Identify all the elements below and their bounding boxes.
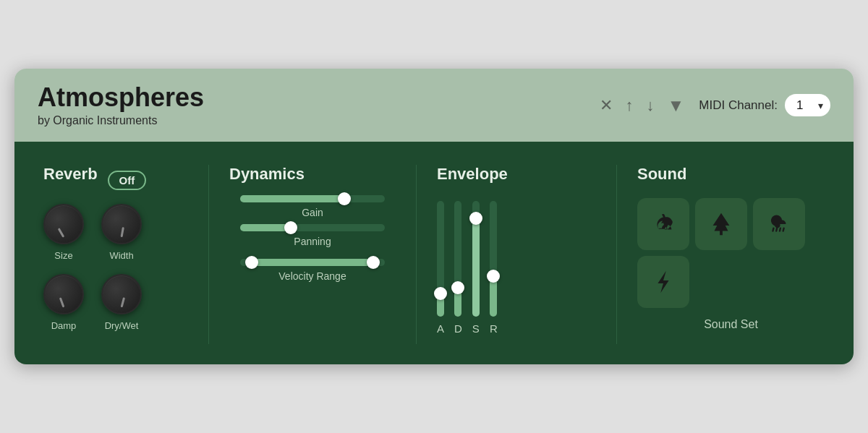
svg-line-4 (783, 228, 784, 231)
adsr-D-label: D (454, 322, 462, 335)
sound-section: Sound (637, 165, 825, 331)
velocity-label: Velocity Range (278, 270, 346, 282)
lightning-icon (650, 268, 677, 296)
sound-set-label: Sound Set (637, 318, 825, 331)
adsr-S-track[interactable] (472, 201, 480, 317)
plugin-title: Atmospheres (38, 83, 204, 112)
adsr-S-label: S (472, 322, 480, 335)
svg-line-2 (776, 228, 777, 231)
adsr-R-track[interactable] (490, 201, 497, 317)
down-icon[interactable]: ↓ (647, 96, 655, 115)
knob-width-container: Width (101, 204, 142, 261)
header-icons: ✕ ↑ ↓ ▼ (600, 95, 685, 116)
knob-size-container: Size (43, 204, 84, 261)
adsr-A-track[interactable] (437, 201, 444, 317)
svg-marker-0 (713, 213, 730, 235)
divider-2 (416, 165, 417, 344)
adsr-S-container: S (472, 201, 480, 335)
size-knob[interactable] (43, 204, 84, 244)
velocity-slider-wrapper: Velocity Range (229, 259, 396, 282)
close-icon[interactable]: ✕ (600, 96, 613, 115)
gain-slider-wrapper: Gain (229, 195, 396, 218)
panning-label: Panning (294, 236, 331, 247)
panning-slider-wrapper: Panning (229, 224, 396, 247)
bird-icon (650, 210, 677, 238)
envelope-section: Envelope A D (437, 165, 596, 335)
envelope-label: Envelope (437, 165, 596, 184)
adsr-A-thumb[interactable] (434, 287, 447, 300)
midi-channel-select[interactable]: 1234 5678 9101112 13141516 (785, 94, 830, 116)
dynamics-label: Dynamics (229, 165, 396, 184)
adsr-D-container: D (454, 201, 462, 335)
midi-channel-section: MIDI Channel: 1234 5678 9101112 13141516 (699, 94, 830, 116)
adsr-A-label: A (437, 322, 444, 335)
plugin-subtitle: by Organic Instruments (38, 114, 204, 127)
midi-select-wrapper: 1234 5678 9101112 13141516 (785, 94, 830, 116)
svg-marker-5 (658, 271, 668, 293)
gain-label: Gain (302, 207, 323, 218)
reverb-off-button[interactable]: Off (108, 171, 147, 190)
velocity-slider-track[interactable] (240, 259, 385, 266)
svg-line-3 (780, 228, 780, 231)
header-left: Atmospheres by Organic Instruments (38, 83, 204, 128)
velocity-thumb-left[interactable] (245, 256, 258, 269)
dynamics-section: Dynamics Gain Panning (229, 165, 396, 288)
knob-row-bottom: Damp Dry/Wet (43, 274, 188, 331)
velocity-thumb-right[interactable] (367, 256, 380, 269)
rain-cloud-icon (765, 210, 793, 238)
menu-icon[interactable]: ▼ (668, 95, 685, 116)
divider-3 (616, 165, 617, 344)
damp-label: Damp (51, 320, 77, 331)
adsr-A-container: A (437, 201, 444, 335)
adsr-R-label: R (490, 322, 498, 335)
panning-thumb[interactable] (284, 221, 297, 234)
tree-icon (707, 210, 735, 238)
adsr-D-thumb[interactable] (451, 281, 464, 294)
knob-drywet-container: Dry/Wet (101, 274, 142, 331)
width-knob[interactable] (101, 204, 142, 244)
sound-icons-grid (637, 198, 825, 308)
reverb-section: Reverb Off Size Width Damp (43, 165, 188, 344)
header-right: ✕ ↑ ↓ ▼ MIDI Channel: 1234 5678 9101112 … (600, 94, 830, 116)
adsr-D-track[interactable] (454, 201, 461, 317)
reverb-header: Reverb Off (43, 165, 188, 195)
width-label: Width (109, 250, 133, 261)
divider-1 (208, 165, 209, 344)
sound-bird-button[interactable] (637, 198, 689, 250)
midi-channel-label: MIDI Channel: (699, 98, 778, 113)
adsr-R-thumb[interactable] (487, 270, 500, 283)
panning-slider-track[interactable] (240, 224, 385, 231)
main-body: Reverb Off Size Width Damp (14, 142, 854, 364)
knob-row-top: Size Width (43, 204, 188, 261)
sound-rain-button[interactable] (753, 198, 805, 250)
plugin-container: Atmospheres by Organic Instruments ✕ ↑ ↓… (14, 69, 854, 365)
drywet-knob[interactable] (101, 274, 142, 314)
gain-slider-track[interactable] (240, 195, 385, 202)
size-label: Size (54, 250, 72, 261)
adsr-sliders: A D S (437, 201, 596, 335)
reverb-label: Reverb (43, 165, 98, 184)
gain-thumb[interactable] (338, 192, 351, 205)
sound-label: Sound (637, 165, 825, 184)
damp-knob[interactable] (43, 274, 84, 314)
adsr-S-thumb[interactable] (469, 212, 482, 225)
adsr-R-container: R (490, 201, 498, 335)
drywet-label: Dry/Wet (105, 320, 139, 331)
svg-line-1 (773, 228, 773, 231)
up-icon[interactable]: ↑ (626, 96, 634, 115)
sound-lightning-button[interactable] (637, 256, 689, 308)
knob-damp-container: Damp (43, 274, 84, 331)
sound-tree-button[interactable] (695, 198, 747, 250)
header: Atmospheres by Organic Instruments ✕ ↑ ↓… (14, 69, 854, 142)
